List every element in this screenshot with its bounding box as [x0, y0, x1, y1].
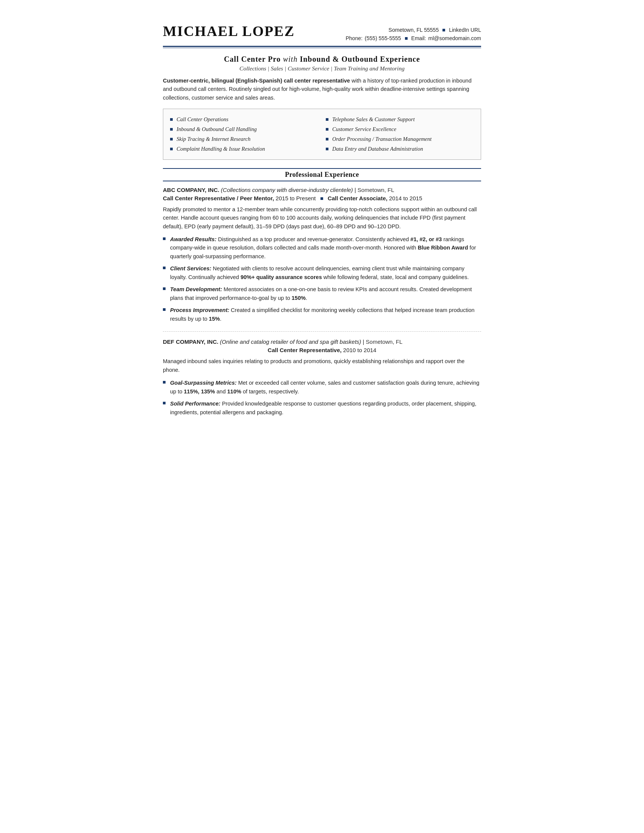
skills-left-col: Call Center Operations Inbound & Outboun… — [170, 114, 318, 154]
skill-bullet-4 — [170, 148, 173, 150]
company-1-location: Sometown, FL — [357, 187, 394, 193]
job-2-bullet-2-text: Solid Performance: Provided knowledgeabl… — [170, 399, 481, 416]
title-section: Call Center Pro with Inbound & Outbound … — [163, 55, 481, 72]
skill-item-8: Data Entry and Database Administration — [326, 144, 474, 154]
job-1-bullet-4: Process Improvement: Created a simplifie… — [163, 306, 481, 323]
city-state: Sometown, FL 55555 — [389, 26, 439, 34]
job-2: DEF COMPANY, INC. (Online and catalog re… — [163, 338, 481, 416]
bullet-icon-4 — [163, 308, 166, 311]
linkedin-url: LinkedIn URL — [449, 26, 481, 34]
header-rule-top — [163, 46, 481, 47]
skill-label-8: Data Entry and Database Administration — [332, 144, 423, 154]
company-1-name: ABC COMPANY, INC. — [163, 187, 219, 193]
summary-section: Customer-centric, bilingual (English-Spa… — [163, 77, 481, 102]
section-header-experience: Professional Experience — [163, 168, 481, 182]
company-1-separator: | — [354, 187, 357, 193]
skill-item-6: Customer Service Excellence — [326, 124, 474, 134]
skill-label-3: Skip Tracing & Internet Research — [177, 134, 250, 144]
job-2-body: Managed inbound sales inquiries relating… — [163, 357, 481, 374]
bullet-label: Awarded Results: — [170, 236, 216, 242]
resume-page: Michael Lopez Sometown, FL 55555 LinkedI… — [140, 0, 504, 455]
main-title: Call Center Pro with Inbound & Outbound … — [163, 55, 481, 64]
skill-bullet-7 — [326, 138, 328, 140]
contact-line-2: Phone: (555) 555-5555 Email: ml@somedoma… — [346, 34, 481, 42]
skill-bullet-3 — [170, 138, 173, 140]
skill-item-7: Order Processing / Transaction Managemen… — [326, 134, 474, 144]
company-2-name-line: DEF COMPANY, INC. (Online and catalog re… — [163, 338, 481, 345]
skill-item-3: Skip Tracing & Internet Research — [170, 134, 318, 144]
skill-item-2: Inbound & Outbound Call Handling — [170, 124, 318, 134]
summary-bold: Customer-centric, bilingual (English-Spa… — [163, 78, 350, 84]
contact-separator-1 — [443, 29, 445, 31]
subtitle: Collections | Sales | Customer Service |… — [163, 65, 481, 72]
skill-label-2: Inbound & Outbound Call Handling — [177, 124, 257, 134]
bullet-icon-1 — [163, 237, 166, 240]
skill-bullet-6 — [326, 128, 328, 130]
main-title-italic: with — [283, 55, 299, 63]
email-label: Email: — [411, 34, 426, 42]
skill-item-1: Call Center Operations — [170, 114, 318, 124]
company-2-desc: (Online and catalog retailer of food and… — [220, 338, 361, 345]
skill-bullet-1 — [170, 118, 173, 121]
professional-experience-section: Professional Experience ABC COMPANY, INC… — [163, 168, 481, 416]
skill-label-4: Complaint Handling & Issue Resolution — [177, 144, 265, 154]
company-2-separator: | — [362, 338, 365, 345]
job-2-dates1: 2010 to 2014 — [343, 347, 377, 353]
job-1-title2: Call Center Associate, — [328, 195, 388, 201]
bullet-icon-3 — [163, 287, 166, 290]
bullet-icon-6 — [163, 402, 166, 404]
email-address: ml@somedomain.com — [428, 34, 481, 42]
job-1-bullet-1-text: Awarded Results: Distinguished as a top … — [170, 235, 481, 261]
phone-number: (555) 555-5555 — [365, 34, 401, 42]
phone-label: Phone: — [346, 34, 362, 42]
skill-label-7: Order Processing / Transaction Managemen… — [332, 134, 431, 144]
skill-bullet-8 — [326, 148, 328, 150]
skills-right-col: Telephone Sales & Customer Support Custo… — [326, 114, 474, 154]
job-1-bullet-4-text: Process Improvement: Created a simplifie… — [170, 306, 481, 323]
bullet-label: Goal-Surpassing Metrics: — [170, 380, 237, 386]
job-2-title1: Call Center Representative, — [268, 347, 342, 353]
job-2-title-line: Call Center Representative, 2010 to 2014 — [163, 346, 481, 354]
job-1-title1: Call Center Representative / Peer Mentor… — [163, 195, 274, 201]
bullet-label: Client Services: — [170, 265, 211, 272]
bullet-label: Team Development: — [170, 286, 222, 292]
company-1-desc: (Collections company with diverse-indust… — [221, 187, 353, 193]
company-2-location: Sometown, FL — [366, 338, 402, 345]
contact-block: Sometown, FL 55555 LinkedIn URL Phone: (… — [346, 23, 481, 43]
job-1-bullet-3-text: Team Development: Mentored associates on… — [170, 285, 481, 302]
job-1: ABC COMPANY, INC. (Collections company w… — [163, 187, 481, 323]
skill-label-1: Call Center Operations — [177, 114, 229, 124]
header-rule-bottom — [163, 48, 481, 48]
company-divider-1 — [163, 331, 481, 332]
skill-label-6: Customer Service Excellence — [332, 124, 396, 134]
main-title-part2: Inbound & Outbound Experience — [299, 55, 420, 63]
job-1-body: Rapidly promoted to mentor a 12-member t… — [163, 205, 481, 231]
contact-separator-2 — [405, 37, 407, 40]
job-2-bullet-2: Solid Performance: Provided knowledgeabl… — [163, 399, 481, 416]
job-1-title-line: Call Center Representative / Peer Mentor… — [163, 194, 481, 202]
skill-label-5: Telephone Sales & Customer Support — [332, 114, 415, 124]
skill-item-5: Telephone Sales & Customer Support — [326, 114, 474, 124]
skills-grid: Call Center Operations Inbound & Outboun… — [170, 114, 474, 154]
job-1-bullet-1: Awarded Results: Distinguished as a top … — [163, 235, 481, 261]
job-1-dates1: 2015 to Present — [276, 195, 316, 201]
job-2-bullets: Goal-Surpassing Metrics: Met or exceeded… — [163, 379, 481, 416]
bullet-label: Solid Performance: — [170, 400, 221, 407]
skill-item-4: Complaint Handling & Issue Resolution — [170, 144, 318, 154]
job-2-bullet-1-text: Goal-Surpassing Metrics: Met or exceeded… — [170, 379, 481, 396]
job-1-bullet-3: Team Development: Mentored associates on… — [163, 285, 481, 302]
job-1-bullet-2-text: Client Services: Negotiated with clients… — [170, 264, 481, 281]
bullet-label: Process Improvement: — [170, 307, 229, 313]
main-title-part1: Call Center Pro — [224, 55, 281, 63]
company-1-name-line: ABC COMPANY, INC. (Collections company w… — [163, 187, 481, 193]
contact-line-1: Sometown, FL 55555 LinkedIn URL — [346, 26, 481, 34]
header: Michael Lopez Sometown, FL 55555 LinkedI… — [163, 23, 481, 43]
candidate-name: Michael Lopez — [163, 23, 295, 39]
name-block: Michael Lopez — [163, 23, 295, 39]
job-1-bullet-2: Client Services: Negotiated with clients… — [163, 264, 481, 281]
job-title-separator — [320, 197, 323, 200]
job-2-bullet-1: Goal-Surpassing Metrics: Met or exceeded… — [163, 379, 481, 396]
bullet-icon-2 — [163, 267, 166, 269]
bullet-icon-5 — [163, 381, 166, 384]
job-1-dates2: 2014 to 2015 — [389, 195, 422, 201]
